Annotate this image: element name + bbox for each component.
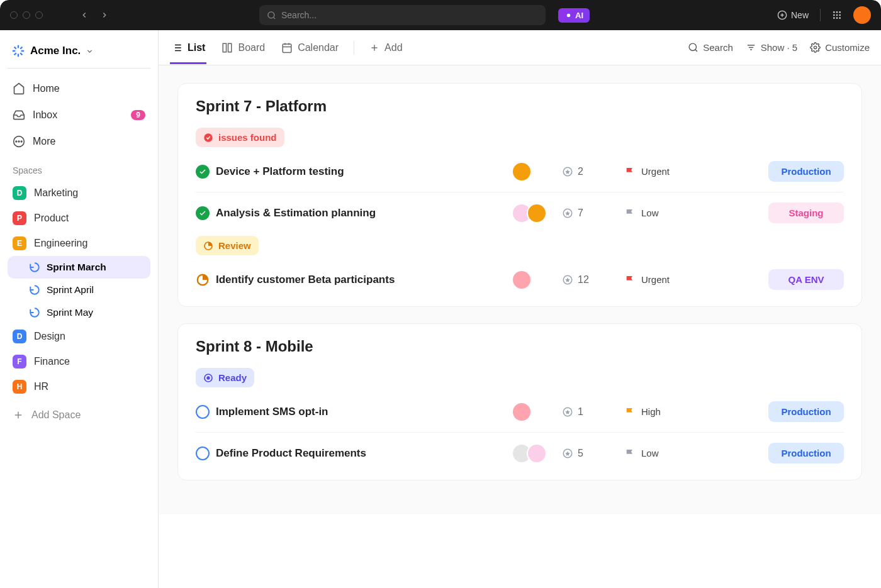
space-item-finance[interactable]: FFinance <box>8 349 150 374</box>
environment-tag[interactable]: Production <box>768 401 844 422</box>
task-row[interactable]: Device + Platform testing 2 Urgent Produ… <box>196 151 844 192</box>
svg-point-6 <box>833 11 835 13</box>
svg-point-14 <box>839 17 841 19</box>
status-done-icon[interactable] <box>196 165 210 179</box>
board-icon <box>222 42 233 53</box>
sprint-item-sprint-march[interactable]: Sprint March <box>8 256 150 279</box>
subtask-count[interactable]: 5 <box>562 448 619 459</box>
priority-cell[interactable]: High <box>625 406 694 417</box>
nav-back-button[interactable] <box>76 6 93 24</box>
status-group-pill[interactable]: Review <box>196 236 259 255</box>
environment-tag[interactable]: Staging <box>768 202 844 223</box>
tab-calendar[interactable]: Calendar <box>280 32 340 64</box>
space-label: Product <box>34 213 69 224</box>
assignee-avatar[interactable] <box>512 162 532 182</box>
priority-cell[interactable]: Urgent <box>625 274 694 285</box>
svg-rect-36 <box>228 43 232 52</box>
flag-icon <box>625 448 635 458</box>
apps-grid-icon[interactable] <box>832 10 842 20</box>
tab-list[interactable]: List <box>170 32 206 64</box>
status-done-icon[interactable] <box>196 206 210 220</box>
sidebar-item-more[interactable]: More <box>8 129 150 154</box>
environment-tag[interactable]: Production <box>768 161 844 182</box>
customize-button[interactable]: Customize <box>810 42 870 53</box>
environment-tag[interactable]: Production <box>768 443 844 463</box>
svg-line-1 <box>273 17 275 19</box>
plus-icon <box>13 409 24 421</box>
sprint-item-sprint-april[interactable]: Sprint April <box>8 279 150 301</box>
sidebar-label: More <box>33 136 55 147</box>
task-name: Implement SMS opt-in <box>216 406 505 418</box>
space-item-marketing[interactable]: DMarketing <box>8 180 150 206</box>
list-icon <box>171 42 182 53</box>
add-space-button[interactable]: Add Space <box>8 401 150 430</box>
task-row[interactable]: Implement SMS opt-in 1 High Production <box>196 391 844 433</box>
space-item-design[interactable]: DDesign <box>8 324 150 349</box>
maximize-window-icon[interactable] <box>35 11 43 19</box>
priority-cell[interactable]: Urgent <box>625 166 694 177</box>
space-color-icon: D <box>13 186 26 200</box>
assignee-avatar[interactable] <box>527 203 547 223</box>
space-item-engineering[interactable]: EEngineering <box>8 231 150 256</box>
space-label: Engineering <box>34 238 87 249</box>
show-filter-button[interactable]: Show · 5 <box>746 42 797 53</box>
subtask-icon <box>562 448 573 459</box>
search-placeholder: Search... <box>281 10 317 20</box>
tab-add-view[interactable]: Add <box>368 32 403 64</box>
svg-marker-53 <box>565 211 570 216</box>
space-item-product[interactable]: PProduct <box>8 206 150 231</box>
close-window-icon[interactable] <box>10 11 18 19</box>
task-row[interactable]: Analysis & Estimation planning 7 Low Sta… <box>196 192 844 233</box>
assignee-avatar[interactable] <box>527 443 547 463</box>
task-row[interactable]: Identify customer Beta participants 12 U… <box>196 259 844 300</box>
flag-icon <box>625 407 635 417</box>
subtask-icon <box>562 406 573 418</box>
chevron-down-icon <box>86 47 94 55</box>
svg-point-11 <box>839 14 841 16</box>
sprint-item-sprint-may[interactable]: Sprint May <box>8 301 150 324</box>
svg-point-8 <box>839 11 841 13</box>
sprint-label: Sprint May <box>47 307 93 318</box>
status-review-icon[interactable] <box>196 273 210 287</box>
space-label: Finance <box>34 356 70 367</box>
sidebar-item-home[interactable]: Home <box>8 76 150 101</box>
priority-cell[interactable]: Low <box>625 448 694 458</box>
search-view-button[interactable]: Search <box>688 42 733 53</box>
home-icon <box>13 82 25 95</box>
workspace-switcher[interactable]: Acme Inc. <box>8 39 150 69</box>
environment-tag[interactable]: QA ENV <box>768 269 844 290</box>
user-avatar[interactable] <box>853 6 871 24</box>
ai-button[interactable]: AI <box>558 8 590 23</box>
priority-cell[interactable]: Low <box>625 208 694 218</box>
minimize-window-icon[interactable] <box>23 11 30 19</box>
space-color-icon: F <box>13 355 26 369</box>
space-item-hr[interactable]: HHR <box>8 374 150 399</box>
svg-line-20 <box>20 53 22 55</box>
check-circle-icon <box>203 133 213 143</box>
sidebar-item-inbox[interactable]: Inbox 9 <box>8 103 150 128</box>
global-search-input[interactable]: Search... <box>259 5 546 25</box>
subtask-count[interactable]: 1 <box>562 406 619 418</box>
status-group-pill[interactable]: issues found <box>196 128 284 147</box>
svg-marker-61 <box>565 409 570 414</box>
status-group-pill[interactable]: Ready <box>196 368 254 387</box>
status-ready-icon[interactable] <box>196 447 210 460</box>
tab-label: Board <box>238 42 265 53</box>
nav-forward-button[interactable] <box>96 6 113 24</box>
task-row[interactable]: Define Product Requirements 5 Low Produc… <box>196 433 844 474</box>
subtask-count[interactable]: 7 <box>562 208 619 219</box>
svg-line-22 <box>20 47 22 49</box>
svg-point-48 <box>814 46 817 48</box>
new-button[interactable]: New <box>777 10 809 20</box>
sidebar-label: Inbox <box>33 109 57 121</box>
svg-marker-51 <box>565 169 570 174</box>
assignee-avatar[interactable] <box>512 402 532 422</box>
assignee-avatar[interactable] <box>512 270 532 290</box>
task-name: Device + Platform testing <box>216 165 505 178</box>
subtask-count[interactable]: 2 <box>562 166 619 177</box>
sprint-icon <box>29 307 40 318</box>
status-ready-icon[interactable] <box>196 405 210 419</box>
tab-board[interactable]: Board <box>220 32 266 64</box>
subtask-count[interactable]: 12 <box>562 274 619 286</box>
button-label: Show · 5 <box>761 42 797 53</box>
